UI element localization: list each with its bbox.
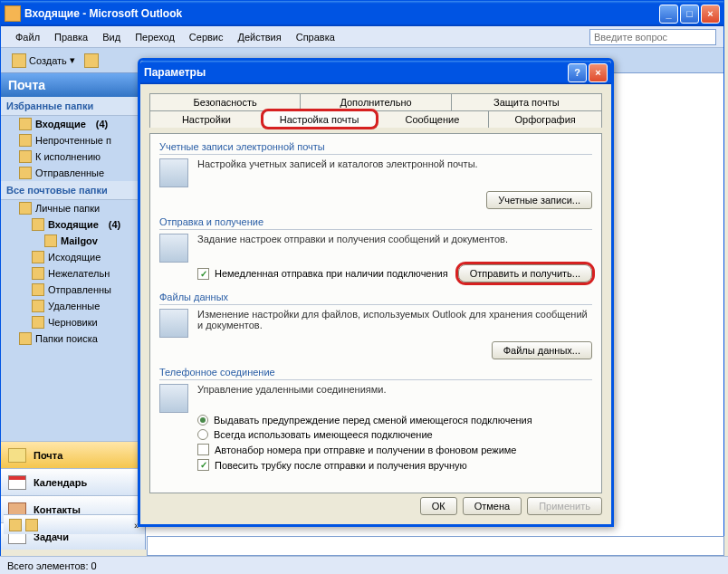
fav-followup[interactable]: К исполнению xyxy=(1,148,145,165)
group-sendrecv: Отправка и получение Задание настроек от… xyxy=(159,216,592,284)
mail-icon xyxy=(8,448,26,463)
statusbar: Всего элементов: 0 xyxy=(0,556,728,574)
dialog-close-button[interactable]: × xyxy=(589,63,608,82)
apply-button[interactable]: Применить xyxy=(527,497,602,515)
group-dialup: Телефонное соединение Управление удаленн… xyxy=(159,367,592,473)
fav-sent[interactable]: Отправленные xyxy=(1,165,145,181)
dialog-body: Безопасность Дополнительно Защита почты … xyxy=(140,84,611,502)
sendrecv-text: Задание настроек отправки и получения со… xyxy=(197,234,592,244)
all-folders-section: Все почтовые папки xyxy=(1,181,145,200)
dialog-titlebar: Параметры ? × xyxy=(140,61,611,84)
print-icon[interactable] xyxy=(84,53,99,68)
help-search-input[interactable] xyxy=(589,29,716,45)
always-radio[interactable] xyxy=(197,429,208,440)
tab-mailprotect[interactable]: Защита почты xyxy=(451,93,602,110)
folder-icon xyxy=(19,134,32,147)
tree-deleted[interactable]: Удаленные xyxy=(1,298,145,314)
folder-icon xyxy=(32,300,44,312)
folder-icon xyxy=(19,118,32,130)
minimize-button[interactable]: _ xyxy=(659,5,678,24)
dialog-button-row: ОК Отмена Применить xyxy=(420,497,602,515)
dropdown-icon: ▾ xyxy=(70,54,75,66)
hangup-checkbox[interactable]: ✓ xyxy=(197,459,209,471)
fav-inbox[interactable]: Входящие (4) xyxy=(1,116,145,132)
tree-sent[interactable]: Отправленны xyxy=(1,282,145,298)
autodial-checkbox[interactable] xyxy=(197,444,209,455)
tab-security[interactable]: Безопасность xyxy=(149,93,301,110)
group-datafiles: Файлы данных Изменение настройки для фай… xyxy=(159,292,592,359)
close-button[interactable]: × xyxy=(701,5,720,24)
window-title: Входящие - Microsoft Outlook xyxy=(24,7,659,20)
calendar-icon xyxy=(8,475,26,490)
accounts-button[interactable]: Учетные записи... xyxy=(486,191,592,209)
nav-calendar[interactable]: Календарь xyxy=(1,468,145,495)
group-dialup-title: Телефонное соединение xyxy=(159,367,592,380)
accounts-text: Настройка учетных записей и каталогов эл… xyxy=(197,158,592,169)
datafiles-icon xyxy=(159,309,188,338)
folder-icon xyxy=(19,167,32,179)
menu-help[interactable]: Справка xyxy=(289,30,342,44)
immediate-send-checkbox[interactable]: ✓ xyxy=(197,268,209,280)
folder-list-icon[interactable] xyxy=(25,519,38,531)
menu-actions[interactable]: Действия xyxy=(231,30,289,44)
cancel-button[interactable]: Отмена xyxy=(463,497,522,515)
ok-button[interactable]: ОК xyxy=(420,497,457,515)
tree-inbox[interactable]: Входящие (4) xyxy=(1,216,145,233)
folder-icon xyxy=(19,332,32,345)
datafiles-button[interactable]: Файлы данных... xyxy=(492,341,592,359)
group-accounts: Учетные записи электронной почты Настрой… xyxy=(159,141,592,209)
immediate-send-label: Немедленная отправка при наличии подключ… xyxy=(215,268,448,279)
tab-strip: Безопасность Дополнительно Защита почты … xyxy=(149,93,602,128)
hangup-label: Повесить трубку после отправки и получен… xyxy=(215,460,467,471)
tab-preferences[interactable]: Настройки xyxy=(149,110,263,128)
group-sendrecv-title: Отправка и получение xyxy=(159,216,592,230)
tab-advanced[interactable]: Дополнительно xyxy=(300,93,451,110)
nav-header: Почта xyxy=(1,73,145,97)
tree-personal[interactable]: Личные папки xyxy=(1,200,145,216)
warn-radio-label: Выдавать предупреждение перед сменой име… xyxy=(214,415,532,426)
menu-go[interactable]: Переход xyxy=(128,30,182,44)
favorites-section: Избранные папки xyxy=(1,97,145,116)
folder-icon xyxy=(32,218,44,231)
menu-view[interactable]: Вид xyxy=(95,30,128,44)
menu-tools[interactable]: Сервис xyxy=(182,30,231,44)
folder-icon xyxy=(32,267,44,280)
folder-icon xyxy=(19,202,32,215)
tree-outbox[interactable]: Исходящие xyxy=(1,249,145,265)
send-receive-button[interactable]: Отправить и получить... xyxy=(458,264,592,282)
nav-small-icons: » xyxy=(4,514,145,534)
tab-content: Учетные записи электронной почты Настрой… xyxy=(149,133,602,493)
tree-mailgov[interactable]: Mailgov xyxy=(1,233,145,249)
menubar: Файл Правка Вид Переход Сервис Действия … xyxy=(1,26,723,48)
shortcut-icon[interactable] xyxy=(9,519,22,531)
folder-icon xyxy=(32,283,44,296)
menu-file[interactable]: Файл xyxy=(8,30,47,44)
bottom-input[interactable] xyxy=(147,536,724,556)
tab-spelling[interactable]: Орфография xyxy=(488,110,602,128)
dialog-title: Параметры xyxy=(144,66,568,79)
status-text: Всего элементов: 0 xyxy=(7,560,97,571)
folder-icon xyxy=(44,234,57,247)
tree-drafts[interactable]: Черновики xyxy=(1,314,145,330)
always-radio-label: Всегда использовать имеющееся подключени… xyxy=(214,429,433,440)
app-icon xyxy=(5,5,21,22)
tree-search[interactable]: Папки поиска xyxy=(1,330,145,347)
folder-icon xyxy=(32,316,44,329)
create-icon xyxy=(12,53,26,68)
dialup-text: Управление удаленными соединениями. xyxy=(197,384,592,395)
tree-junk[interactable]: Нежелательн xyxy=(1,265,145,282)
tab-mailsetup[interactable]: Настройка почты xyxy=(263,110,377,128)
create-button[interactable]: Создать ▾ xyxy=(6,52,81,70)
fav-unread[interactable]: Непрочтенные п xyxy=(1,132,145,148)
main-titlebar: Входящие - Microsoft Outlook _ □ × xyxy=(1,1,723,26)
warn-radio[interactable] xyxy=(197,415,208,426)
dialog-help-button[interactable]: ? xyxy=(568,63,587,82)
tab-message[interactable]: Сообщение xyxy=(376,110,490,128)
dialup-icon xyxy=(159,384,188,413)
folder-icon xyxy=(19,150,32,163)
nav-mail[interactable]: Почта xyxy=(1,441,145,468)
maximize-button[interactable]: □ xyxy=(680,5,699,24)
menu-edit[interactable]: Правка xyxy=(47,30,95,44)
autodial-label: Автонабор номера при отправке и получени… xyxy=(215,445,517,455)
folder-icon xyxy=(32,251,44,263)
